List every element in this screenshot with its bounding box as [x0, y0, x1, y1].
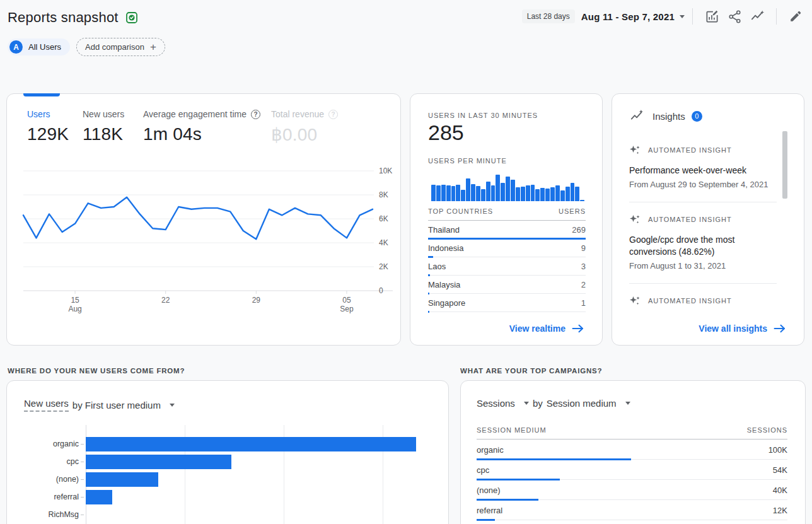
insight-item[interactable]: AUTOMATED INSIGHT Performance week-over-…	[629, 144, 777, 189]
country-name: Singapore	[428, 298, 465, 308]
session-medium-column-label: SESSION MEDIUM	[477, 426, 547, 434]
users-column-label: USERS	[559, 207, 586, 215]
table-row: (none) 40K	[477, 480, 787, 500]
insight-title: Google/cpc drove the most conversions (4…	[629, 234, 777, 258]
metric-tab-total-revenue[interactable]: Total revenue ฿0.00	[271, 109, 338, 145]
svg-text:15: 15	[71, 296, 79, 305]
metric-tab-avg-engagement-time[interactable]: Average engagement time 1m 04s	[143, 109, 271, 145]
all-users-label: All Users	[28, 42, 61, 52]
sparkle-icon	[629, 214, 641, 225]
top-countries-label: TOP COUNTRIES	[428, 207, 493, 215]
country-bar	[428, 311, 429, 313]
minute-bar	[566, 187, 570, 201]
insights-card: Insights 0 AUTOMATED INSIGHT Performance…	[612, 93, 804, 346]
divider	[629, 283, 777, 284]
arrow-right-icon	[774, 324, 786, 333]
divider	[629, 202, 777, 202]
country-name: Laos	[428, 262, 446, 271]
dimension-dropdown[interactable]: Session medium	[547, 398, 617, 409]
minute-bar	[526, 185, 530, 201]
new-users-chart-title[interactable]: New users by First user medium	[24, 398, 175, 412]
insight-item[interactable]: AUTOMATED INSIGHT	[629, 295, 777, 306]
all-users-chip[interactable]: A All Users	[8, 38, 70, 55]
insight-subtitle: From August 29 to September 4, 2021	[629, 180, 777, 189]
selected-metric-indicator	[23, 93, 60, 96]
bar-row: organic	[7, 435, 448, 453]
insights-count-badge: 0	[692, 111, 702, 122]
table-row: referral 12K	[477, 500, 787, 520]
chevron-down-icon	[680, 15, 685, 18]
realtime-card: USERS IN LAST 30 MINUTES 285 USERS PER M…	[410, 93, 603, 346]
view-all-insights-link[interactable]: View all insights	[699, 323, 786, 334]
sparkle-icon	[629, 295, 641, 306]
minute-bar	[491, 185, 496, 201]
country-name: Indonesia	[428, 243, 463, 253]
bar	[86, 490, 112, 504]
minute-bar	[535, 189, 540, 201]
svg-text:2K: 2K	[379, 262, 388, 271]
minute-bar	[575, 187, 579, 201]
country-users: 9	[581, 243, 586, 253]
country-name: Thailand	[428, 225, 460, 235]
users-30min-label: USERS IN LAST 30 MINUTES	[428, 112, 538, 119]
customize-report-icon[interactable]	[704, 8, 720, 25]
insights-header: Insights 0	[629, 109, 702, 123]
row-divider	[477, 520, 787, 520]
minute-bar	[511, 180, 515, 201]
sessions-chart-title: Sessions by Session medium	[477, 398, 630, 409]
plus-icon: +	[150, 42, 156, 52]
bar-row: (none)	[7, 470, 448, 488]
add-comparison-button[interactable]: Add comparison +	[76, 38, 165, 56]
country-users: 3	[581, 262, 586, 271]
insights-icon[interactable]	[749, 8, 765, 25]
metric-dropdown[interactable]: Sessions	[477, 398, 515, 409]
metric-value: ฿0.00	[271, 124, 338, 145]
help-icon[interactable]	[328, 110, 338, 119]
help-icon[interactable]	[251, 110, 260, 119]
session-bar	[477, 519, 495, 521]
sessions-column-label: SESSIONS	[747, 426, 787, 434]
minute-bar	[506, 177, 510, 201]
metric-value: 118K	[83, 124, 143, 144]
page-header: Reports snapshot	[8, 9, 139, 26]
overview-card: Users 129K New users 118K Average engage…	[6, 93, 401, 346]
minute-bar	[446, 185, 451, 201]
dimension-dropdown[interactable]: by First user medium	[72, 400, 161, 410]
metric-tab-users[interactable]: Users 129K	[27, 109, 83, 145]
metric-tab-new-users[interactable]: New users 118K	[83, 109, 143, 145]
minute-bar	[501, 183, 505, 201]
svg-text:8K: 8K	[379, 190, 388, 199]
campaigns-card: Sessions by Session medium SESSION MEDIU…	[460, 380, 806, 524]
axis-tick	[79, 462, 86, 462]
axis-tick	[79, 515, 86, 515]
date-range-selector[interactable]: Aug 11 - Sep 7, 2021	[581, 11, 675, 22]
category-label: (none)	[7, 475, 79, 484]
edit-icon[interactable]	[787, 8, 804, 25]
metric-label: New users	[83, 109, 124, 119]
arrow-right-icon	[572, 324, 584, 333]
sessions-table-header: SESSION MEDIUM SESSIONS	[477, 426, 787, 434]
share-icon[interactable]	[726, 8, 743, 25]
toolbar-divider	[776, 8, 777, 25]
bar-row: cpc	[7, 453, 448, 470]
svg-text:05: 05	[342, 296, 351, 305]
insight-item[interactable]: AUTOMATED INSIGHT Google/cpc drove the m…	[629, 214, 777, 271]
sessions-value: 12K	[773, 506, 787, 515]
bar	[86, 455, 231, 469]
minute-bar	[516, 187, 520, 201]
metric-dropdown[interactable]: New users	[24, 398, 69, 412]
toolbar-divider	[692, 8, 693, 25]
metric-value: 1m 04s	[143, 124, 271, 144]
bar-row: RichMsg	[7, 506, 448, 523]
view-realtime-link[interactable]: View realtime	[509, 323, 584, 334]
scrollbar-thumb[interactable]	[782, 131, 787, 199]
metrics-row: Users 129K New users 118K Average engage…	[27, 109, 338, 145]
metric-value: 129K	[27, 124, 83, 144]
insights-icon	[629, 109, 644, 123]
insight-subtitle: From August 1 to 31, 2021	[629, 261, 777, 271]
country-row: Thailand269	[428, 221, 586, 239]
users-30min-value: 285	[428, 120, 464, 145]
metric-label: Users	[27, 109, 50, 119]
section-title-campaigns: WHAT ARE YOUR TOP CAMPAIGNS?	[460, 367, 602, 375]
bar-row: referral	[7, 488, 448, 506]
